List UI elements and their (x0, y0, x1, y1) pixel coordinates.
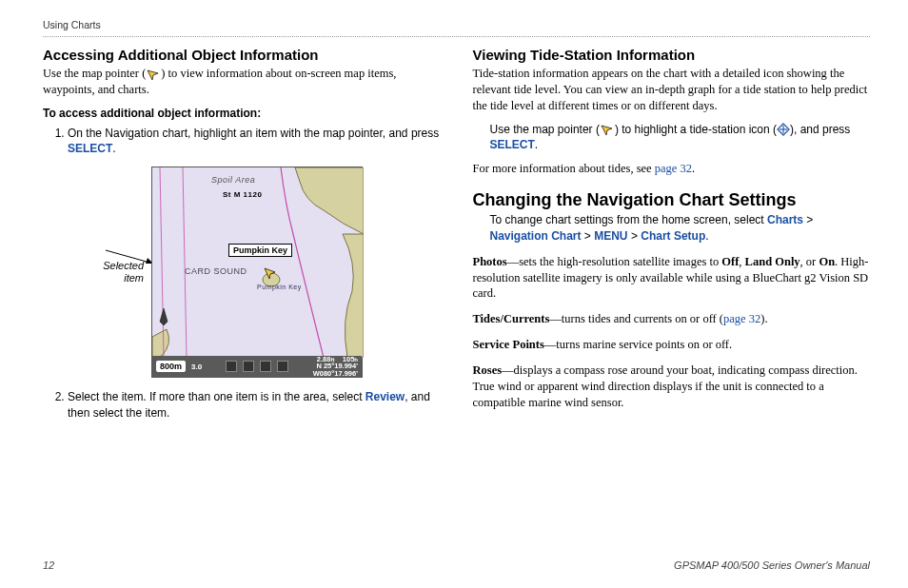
setting-photos: Photos—sets the high-resolution satellit… (473, 254, 871, 303)
status-icon (226, 361, 237, 372)
step-2: Select the item. If more than one item i… (68, 389, 441, 421)
tip-block: Use the map pointer () to highlight a ti… (473, 122, 871, 154)
manual-title: GPSMAP 400/500 Series Owner's Manual (674, 559, 870, 571)
text: , or (800, 255, 819, 268)
text: . (692, 162, 695, 175)
status-icon (243, 361, 254, 372)
page-number: 12 (43, 559, 54, 571)
left-column: Accessing Additional Object Information … (43, 47, 441, 431)
text: . (112, 142, 115, 155)
text: Use the map pointer ( (490, 123, 600, 136)
keyword-select: SELECT (68, 142, 112, 155)
map-status-bar: 800m 3.0 2.88ft (152, 356, 362, 377)
status-icon (277, 361, 288, 372)
svg-line-0 (106, 250, 153, 264)
section-name: Using Charts (43, 19, 101, 30)
text: —turns marine service points on or off. (544, 338, 732, 351)
sep: > (582, 229, 595, 243)
map-label-card-sound: CARD SOUND (185, 266, 247, 276)
map-label-stm: St M 1120 (223, 190, 262, 199)
text: ), and press (790, 123, 850, 136)
text: —sets the high-resolution satellite imag… (507, 255, 722, 268)
map-pointer-icon (600, 124, 615, 136)
figure-wrap: Selected item (85, 167, 441, 378)
scale-pill: 800m (156, 361, 186, 372)
section-heading-accessing: Accessing Additional Object Information (43, 47, 441, 63)
link-page-32[interactable]: page 32 (723, 312, 760, 325)
lon-readout: W080°17.996' (313, 370, 358, 378)
chart-screenshot: Spoil Area St M 1120 CARD SOUND Pumpkin … (151, 167, 363, 378)
nav-navigation-chart: Navigation Chart (490, 229, 582, 243)
section-heading-changing: Changing the Navigation Chart Settings (473, 190, 871, 210)
text: To change chart settings from the home s… (490, 213, 767, 226)
page-footer: 12 GPSMAP 400/500 Series Owner's Manual (43, 559, 870, 571)
keyword-review: Review (365, 390, 405, 403)
map-label-pumpkin-small: Pumpkin Key (257, 284, 302, 290)
text: —turns tides and currents on or off ( (549, 312, 723, 325)
text: . (535, 138, 538, 151)
nav-charts: Charts (767, 213, 803, 226)
setting-key: Tides/Currents (473, 312, 550, 325)
nav-chart-setup: Chart Setup (641, 229, 705, 243)
keyword-select: SELECT (490, 138, 535, 151)
manual-page: Using Charts Accessing Additional Object… (0, 0, 908, 588)
sep: > (803, 213, 813, 226)
right-column: Viewing Tide-Station Information Tide-st… (473, 47, 871, 431)
text: On the Navigation chart, highlight an it… (68, 127, 439, 140)
text: Select the item. If more than one item i… (68, 390, 365, 403)
status-icon (260, 361, 271, 372)
opt: On (819, 255, 835, 268)
text: For more information about tides, see (473, 162, 655, 175)
opt: Land Only (745, 255, 800, 268)
more-info-line: For more information about tides, see pa… (473, 161, 871, 177)
setting-key: Service Points (473, 338, 544, 351)
nav-menu: MENU (594, 229, 627, 243)
link-page-32[interactable]: page 32 (655, 162, 692, 175)
section-heading-tide: Viewing Tide-Station Information (473, 47, 871, 63)
sep: > (628, 229, 642, 243)
text: ). (760, 312, 767, 325)
position-readout: 2.88ft 105h N 25°19.994' W080°17.996' (313, 356, 358, 378)
map-label-spoil: Spoil Area (211, 175, 255, 185)
setting-roses: Roses—displays a compass rose around you… (473, 363, 871, 411)
step-1: On the Navigation chart, highlight an it… (68, 126, 441, 158)
text: Use the map pointer ( (43, 67, 146, 80)
tide-station-icon (777, 123, 790, 136)
tide-paragraph: Tide-station information appears on the … (473, 66, 871, 114)
opt: Off (721, 255, 739, 268)
map-pointer-icon (146, 69, 161, 81)
procedure-title: To access additional object information: (43, 106, 441, 122)
nav-path-block: To change chart settings from the home s… (473, 212, 871, 245)
setting-tides: Tides/Currents—turns tides and currents … (473, 311, 871, 327)
procedure-steps-cont: Select the item. If more than one item i… (43, 389, 441, 421)
depth-readout: 3.0 (191, 363, 202, 371)
status-icons (207, 361, 307, 372)
text: . (705, 229, 708, 243)
map-tooltip-pumpkin: Pumpkin Key (228, 244, 292, 257)
page-header: Using Charts (43, 19, 870, 30)
intro-paragraph: Use the map pointer () to view informati… (43, 66, 441, 98)
text: —displays a compass rose around your boa… (473, 363, 858, 409)
header-rule (43, 36, 870, 37)
procedure-steps: On the Navigation chart, highlight an it… (43, 126, 441, 158)
setting-key: Roses (473, 363, 503, 377)
two-column-layout: Accessing Additional Object Information … (43, 47, 870, 431)
setting-service-points: Service Points—turns marine service poin… (473, 337, 871, 353)
setting-key: Photos (473, 255, 507, 268)
text: ) to highlight a tide-station icon ( (615, 123, 777, 136)
